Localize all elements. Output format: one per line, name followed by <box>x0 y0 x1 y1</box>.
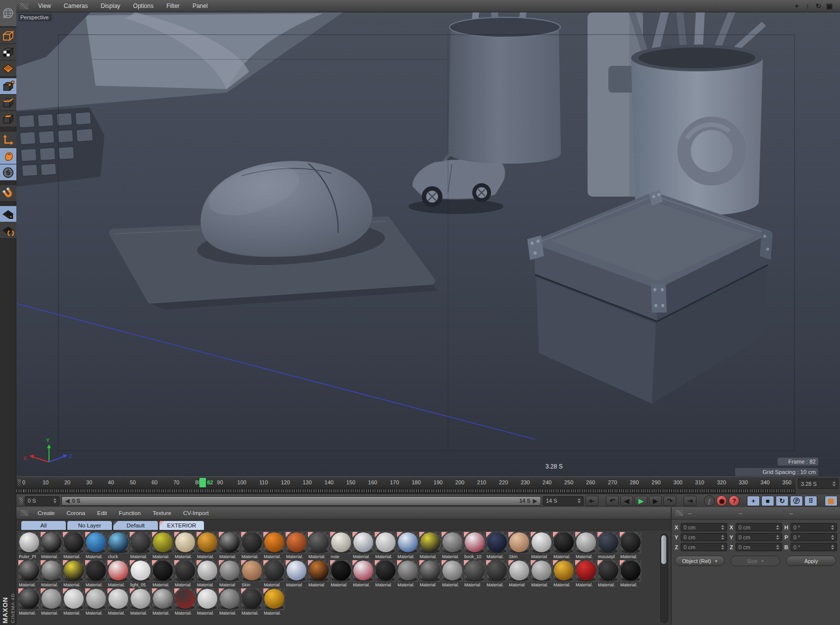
material-item[interactable]: Material. <box>197 532 218 560</box>
material-item[interactable]: Material. <box>575 532 597 560</box>
coord-stepper[interactable] <box>719 535 724 540</box>
coord-value-field[interactable]: 0 cm <box>681 543 727 551</box>
material-item[interactable]: Ruler_Pl <box>18 532 40 560</box>
coord-value-field[interactable]: 0 ° <box>791 523 837 531</box>
play-button[interactable]: ▶ <box>635 496 647 506</box>
coord-value-field[interactable]: 0 ° <box>791 543 837 551</box>
menu-cameras[interactable]: Cameras <box>57 0 95 12</box>
material-item[interactable]: clock <box>107 532 129 560</box>
key-pla-toggle[interactable]: ⠿ <box>804 496 817 506</box>
camera-label[interactable]: Perspective <box>18 14 52 21</box>
material-item[interactable]: Material. <box>486 532 508 560</box>
coord-stepper[interactable] <box>829 535 834 540</box>
autokey-button[interactable]: ◉ <box>716 495 727 506</box>
material-item[interactable]: mousepl <box>597 532 619 560</box>
timeline-minor-ticks[interactable] <box>16 488 795 494</box>
coord-value-field[interactable]: 0 ° <box>791 533 837 541</box>
material-item[interactable]: Material. <box>397 532 419 560</box>
range-end-field[interactable]: 14 S <box>543 496 584 506</box>
material-item[interactable]: note <box>330 532 352 560</box>
points-mode-button[interactable] <box>0 78 16 95</box>
material-item[interactable]: Material <box>375 560 396 588</box>
material-item[interactable]: Material. <box>553 532 575 560</box>
layer-tab-no-layer[interactable]: No Layer <box>67 521 112 530</box>
material-item[interactable]: Material <box>219 560 241 588</box>
texture-mode-button[interactable] <box>0 60 16 77</box>
material-item[interactable]: Material. <box>63 588 85 616</box>
material-item[interactable]: Material. <box>620 560 642 588</box>
prev-key-button[interactable]: ↶ <box>606 496 619 506</box>
material-item[interactable]: Material. <box>442 532 463 560</box>
menu-view[interactable]: View <box>32 0 57 12</box>
layer-tab-default[interactable]: Default <box>113 521 158 530</box>
range-start-field[interactable]: 0 S <box>25 496 59 506</box>
coord-value-field[interactable]: 0 cm <box>736 523 782 531</box>
material-item[interactable]: Material. <box>130 532 151 560</box>
material-item[interactable]: Material. <box>174 588 196 616</box>
viewport-canvas[interactable]: Y X Z 3.28 S Frame : 82 Grid Spacing : 1… <box>16 12 840 476</box>
move-view-icon[interactable]: + <box>792 0 801 12</box>
material-item[interactable]: Material. <box>531 560 552 588</box>
sound-toggle[interactable]: ▦ <box>825 496 838 506</box>
material-item[interactable]: Material. <box>597 560 619 588</box>
material-item[interactable]: Material. <box>486 560 508 588</box>
goto-start-button[interactable]: ⇤ <box>586 496 598 506</box>
material-item[interactable]: Material <box>419 560 441 588</box>
current-time-field[interactable]: 3.28 S <box>798 478 839 489</box>
material-item[interactable]: Material. <box>130 588 151 616</box>
scrollbar-thumb[interactable] <box>661 535 666 564</box>
coord-stepper[interactable] <box>774 535 779 540</box>
material-menu-function[interactable]: Function <box>113 510 147 516</box>
ruler-grip[interactable] <box>17 479 21 486</box>
material-item[interactable]: Material. <box>397 560 419 588</box>
make-editable-button[interactable] <box>0 28 16 44</box>
transport-grip[interactable] <box>19 497 23 505</box>
material-item[interactable]: light_05 <box>130 560 151 588</box>
next-frame-button[interactable]: ▶ <box>649 496 662 506</box>
coord-stepper[interactable] <box>719 545 724 550</box>
coord-mode-dropdown[interactable]: Object (Rel) ▾ <box>675 556 725 566</box>
material-item[interactable]: Material <box>308 560 330 588</box>
material-item[interactable]: Material <box>263 560 285 588</box>
material-item[interactable]: Material <box>197 560 218 588</box>
playhead-marker[interactable] <box>199 478 206 487</box>
material-item[interactable]: Material. <box>152 560 174 588</box>
material-item[interactable]: Material. <box>263 588 285 616</box>
material-menu-create[interactable]: Create <box>32 510 61 516</box>
material-item[interactable]: Material. <box>152 532 174 560</box>
coord-value-field[interactable]: 0 cm <box>736 533 782 541</box>
key-position-toggle[interactable]: + <box>747 496 760 506</box>
range-start-stepper[interactable] <box>51 498 56 503</box>
coord-stepper[interactable] <box>829 525 834 530</box>
coord-size-dropdown[interactable]: Size ▾ <box>731 556 781 566</box>
workplane-lock-button[interactable] <box>0 206 16 222</box>
material-item[interactable]: Material. <box>219 588 241 616</box>
coord-stepper[interactable] <box>774 545 779 550</box>
material-item[interactable]: Material. <box>85 588 107 616</box>
material-item[interactable]: Material. <box>107 560 129 588</box>
menu-display[interactable]: Display <box>94 0 126 12</box>
timeline-ruler[interactable]: 0102030405060708090100110120130140150160… <box>16 476 795 488</box>
material-item[interactable]: Material. <box>18 588 40 616</box>
material-item[interactable]: Material. <box>620 532 642 560</box>
material-item[interactable]: Material. <box>219 532 241 560</box>
coord-value-field[interactable]: 0 cm <box>681 533 727 541</box>
enable-axis-button[interactable] <box>0 132 16 148</box>
material-scrollbar[interactable] <box>660 534 668 623</box>
range-end-stepper[interactable] <box>576 498 581 503</box>
record-objects-button[interactable]: ƒ <box>704 495 715 506</box>
menu-panel[interactable]: Panel <box>186 0 214 12</box>
menu-options[interactable]: Options <box>127 0 160 12</box>
material-item[interactable]: Material <box>174 560 196 588</box>
goto-end-button[interactable]: ⇥ <box>684 496 696 506</box>
magnet-tool-button[interactable] <box>0 185 16 202</box>
material-item[interactable]: Material. <box>352 532 374 560</box>
mouse-tool-button[interactable] <box>0 148 16 164</box>
coord-stepper[interactable] <box>719 525 724 530</box>
material-item[interactable]: Material. <box>286 532 307 560</box>
material-item[interactable]: Material. <box>41 532 62 560</box>
material-item[interactable]: Material. <box>85 532 107 560</box>
material-menubar-grip[interactable] <box>20 510 28 516</box>
model-mode-button[interactable] <box>0 44 16 60</box>
material-item[interactable]: Material. <box>85 560 107 588</box>
